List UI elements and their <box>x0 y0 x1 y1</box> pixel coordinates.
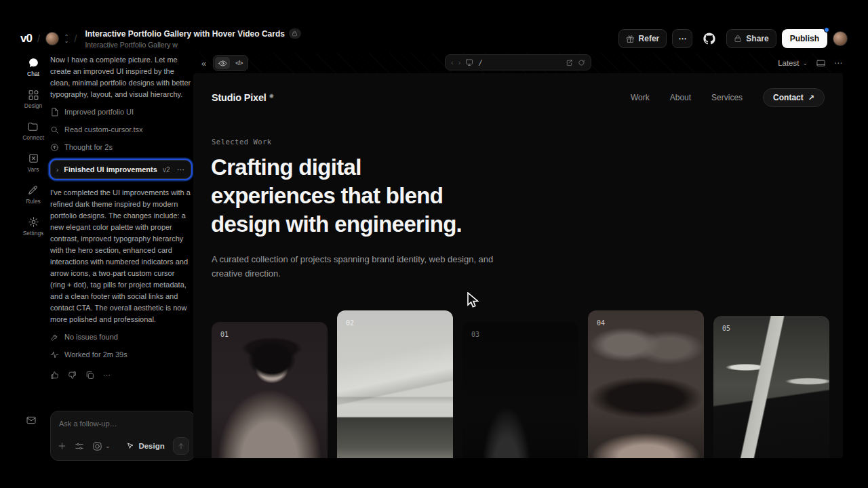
preview-more-button[interactable]: ⋯ <box>834 58 843 68</box>
site-brand[interactable]: Studio Pixel ✺ <box>212 92 274 103</box>
preview-toolbar: « </> ‹ › / <box>193 53 843 73</box>
eye-icon <box>218 59 227 68</box>
contact-button[interactable]: Contact ↗ <box>763 88 825 107</box>
project-card-car-garage[interactable]: 05 <box>713 316 829 458</box>
settings-sliders-icon[interactable] <box>75 441 84 451</box>
actions-more-button[interactable]: ⋯ <box>103 369 111 381</box>
thumbs-down-icon[interactable] <box>68 371 77 380</box>
project-title[interactable]: Interactive Portfolio Gallery with Hover… <box>85 29 285 39</box>
side-rail: Chat Design Connect Vars Rules Settings <box>18 57 49 237</box>
open-external-icon[interactable] <box>566 59 573 66</box>
top-bar-left: v0 / ⌃⌄ / Interactive Portfolio Gallery … <box>20 28 301 49</box>
task-read-custom-cursor[interactable]: Read custom-cursor.tsx <box>50 124 191 136</box>
github-button[interactable] <box>698 29 721 48</box>
project-title-block: Interactive Portfolio Gallery with Hover… <box>85 28 301 49</box>
version-tag: v2 <box>163 164 170 176</box>
private-lock-badge <box>289 28 301 39</box>
share-button[interactable]: Share <box>726 29 776 48</box>
code-view-toggle[interactable]: </> <box>231 57 246 69</box>
project-card-architecture[interactable]: 02 <box>337 310 453 458</box>
status-worked-for[interactable]: Worked for 2m 39s <box>50 349 191 361</box>
preview-canvas: « </> ‹ › / <box>193 53 843 458</box>
chevron-right-icon: › <box>56 164 58 176</box>
followup-composer[interactable]: Ask a follow-up… ⌄ Design <box>50 411 195 461</box>
sidebar-item-rules[interactable]: Rules <box>26 184 41 205</box>
mail-icon <box>26 415 37 426</box>
send-button[interactable] <box>173 437 189 455</box>
site-nav: Work About Services Contact ↗ <box>631 88 825 107</box>
hero-heading-line: design with engineering. <box>211 210 462 239</box>
forward-icon[interactable]: › <box>458 58 461 66</box>
mode-selector-design[interactable]: Design <box>126 441 164 452</box>
sidebar-item-chat[interactable]: Chat <box>27 57 39 77</box>
card-number: 04 <box>597 319 605 327</box>
chat-panel: Now I have a complete picture. Let me cr… <box>50 54 191 461</box>
sidebar-item-vars[interactable]: Vars <box>28 152 39 173</box>
wrench-icon <box>50 333 59 342</box>
divider-slash: / <box>75 33 77 44</box>
back-icon[interactable]: ‹ <box>451 58 454 66</box>
card-number: 05 <box>722 325 730 332</box>
refresh-icon[interactable] <box>578 59 585 66</box>
publish-notification-dot <box>824 27 829 33</box>
ellipsis-icon: ⋯ <box>678 34 686 43</box>
v0-app-window: v0 / ⌃⌄ / Interactive Portfolio Gallery … <box>0 0 868 488</box>
message-actions: ⋯ <box>50 369 191 381</box>
document-icon <box>50 108 59 117</box>
sidebar-item-design[interactable]: Design <box>24 89 42 109</box>
copy-icon[interactable] <box>85 371 94 380</box>
sidebar-item-settings[interactable]: Settings <box>23 216 44 237</box>
project-card-face-macro[interactable]: 04 <box>588 310 704 458</box>
attach-plus-icon[interactable] <box>58 441 66 451</box>
nav-link-work[interactable]: Work <box>631 93 650 102</box>
nav-link-services[interactable]: Services <box>711 93 743 102</box>
project-card-row: 01 02 03 04 05 <box>212 310 829 458</box>
chevron-down-icon: ⌄ <box>105 441 111 452</box>
gear-icon <box>28 216 39 228</box>
status-no-issues[interactable]: No issues found <box>50 331 191 343</box>
followup-input[interactable]: Ask a follow-up… <box>59 418 186 430</box>
publish-label: Publish <box>790 34 819 43</box>
task-improved-portfolio-ui[interactable]: Improved portfolio UI <box>50 106 191 118</box>
team-switcher-chevrons[interactable]: ⌃⌄ <box>64 35 69 43</box>
refer-button[interactable]: Refer <box>618 29 667 48</box>
publish-button[interactable]: Publish <box>782 29 827 48</box>
version-dropdown[interactable]: Latest ⌄ <box>778 59 808 67</box>
team-avatar[interactable] <box>45 32 59 45</box>
sidebar-label: Rules <box>26 198 41 205</box>
mode-label: Design <box>138 441 164 452</box>
thumbs-up-icon[interactable] <box>50 371 59 380</box>
sidebar-item-connect[interactable]: Connect <box>22 121 44 141</box>
brand-name: Studio Pixel <box>212 92 267 103</box>
sidebar-label: Chat <box>27 70 39 77</box>
nav-link-about[interactable]: About <box>670 93 691 102</box>
user-avatar[interactable] <box>833 31 848 46</box>
divider-slash: / <box>37 33 40 44</box>
lock-icon <box>292 30 298 37</box>
assistant-message: Now I have a complete picture. Let me cr… <box>50 54 191 100</box>
url-path[interactable]: / <box>478 58 483 67</box>
project-card-fashion-portrait[interactable]: 01 <box>212 322 328 458</box>
model-style-picker[interactable]: ⌄ <box>92 441 111 452</box>
feedback-mail-button[interactable] <box>26 415 37 426</box>
v0-logo[interactable]: v0 <box>20 32 32 45</box>
style-badge-icon <box>92 441 102 451</box>
project-card-dark-product[interactable]: 03 <box>462 322 578 458</box>
preview-eye-toggle[interactable] <box>215 57 230 69</box>
task-thought[interactable]: Thought for 2s <box>50 142 191 153</box>
task-label: Thought for 2s <box>64 142 113 153</box>
hero-subheading: A curated collection of projects spannin… <box>212 252 496 281</box>
version-card-finished-ui-improvements[interactable]: › Finished UI improvements v2 ⋯ <box>50 160 191 179</box>
device-preview-icon[interactable] <box>816 58 826 68</box>
preview-url-bar[interactable]: ‹ › / <box>445 54 591 70</box>
device-desktop-icon[interactable] <box>465 58 473 66</box>
section-eyebrow: Selected Work <box>212 138 272 146</box>
brand-asterisk-mark: ✺ <box>269 93 274 100</box>
topbar-more-button[interactable]: ⋯ <box>672 29 692 48</box>
activity-icon <box>50 350 59 359</box>
view-mode-segmented-control: </> <box>213 55 248 71</box>
collapse-panel-icon[interactable]: « <box>201 58 206 68</box>
preview-iframe-studio-pixel: Studio Pixel ✺ Work About Services Conta… <box>193 73 843 458</box>
status-label: No issues found <box>64 331 118 343</box>
version-card-menu[interactable]: ⋯ <box>177 164 185 176</box>
